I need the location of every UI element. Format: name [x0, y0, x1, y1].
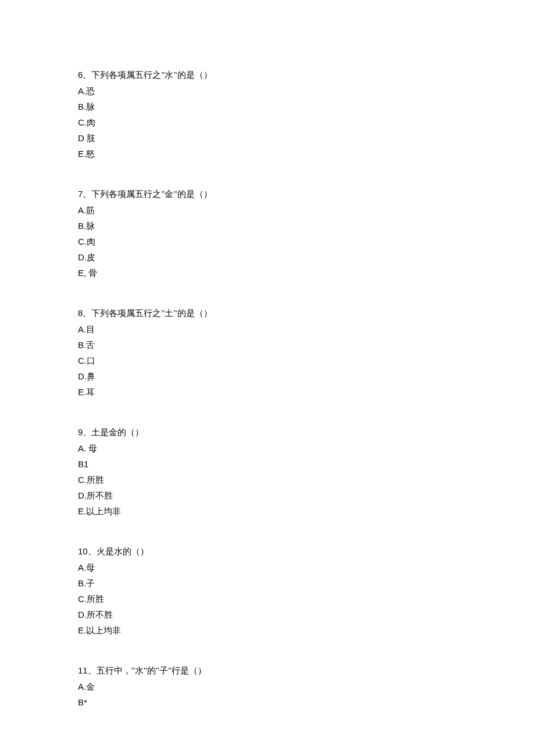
option-c: C.所胜 [78, 472, 229, 488]
question-text: 6、下列各项属五行之"水"的是（） [78, 67, 229, 83]
option-e: E.以上均非 [78, 622, 229, 638]
option-d: D.所不胜 [78, 488, 229, 503]
question-stem: 、下列各项属五行之"金"的是（） [83, 189, 212, 199]
option-d: D.所不胜 [78, 607, 229, 622]
option-e: E.以上均非 [78, 503, 229, 519]
option-b: B.舌 [78, 337, 229, 353]
option-c: C.肉 [78, 234, 229, 249]
question-11: 11、五行中，"水"的"子"行是（） A.金 B* [78, 662, 229, 710]
question-text: 7、下列各项属五行之"金"的是（） [78, 186, 229, 202]
page-content: 6、下列各项属五行之"水"的是（） A.恐 B.脉 C.肉 D 肢 E.怒 7、… [0, 0, 535, 710]
option-a: A.目 [78, 321, 229, 337]
option-e: E.怒 [78, 146, 229, 162]
question-text: 8、下列各项属五行之"土"的是（） [78, 305, 229, 321]
option-b: B* [78, 694, 229, 710]
question-text: 10、火是水的（） [78, 543, 229, 560]
question-10: 10、火是水的（） A.母 B.子 C.所胜 D.所不胜 E.以上均非 [78, 543, 229, 638]
option-c: C.口 [78, 353, 229, 368]
question-number: 11 [78, 665, 88, 675]
question-stem: 、下列各项属五行之"土"的是（） [83, 309, 212, 318]
option-c: C.肉 [78, 114, 229, 130]
option-e: E, 骨 [78, 265, 229, 281]
question-text: 9、土是金的（） [78, 424, 229, 440]
option-e: E.耳 [78, 384, 229, 400]
question-6: 6、下列各项属五行之"水"的是（） A.恐 B.脉 C.肉 D 肢 E.怒 [78, 67, 229, 162]
question-stem: 、五行中，"水"的"子"行是（） [88, 666, 207, 675]
option-b: B1 [78, 456, 229, 472]
option-a: A.筋 [78, 202, 229, 218]
option-d: D.皮 [78, 249, 229, 265]
option-b: B.子 [78, 575, 229, 591]
option-c: C.所胜 [78, 591, 229, 607]
question-stem: 、土是金的（） [83, 428, 144, 437]
option-a: A. 母 [78, 440, 229, 456]
option-b: B.脉 [78, 99, 229, 114]
question-8: 8、下列各项属五行之"土"的是（） A.目 B.舌 C.口 D.鼻 E.耳 [78, 305, 229, 400]
question-stem: 、火是水的（） [88, 547, 149, 556]
question-7: 7、下列各项属五行之"金"的是（） A.筋 B.脉 C.肉 D.皮 E, 骨 [78, 186, 229, 281]
option-d: D 肢 [78, 130, 229, 146]
option-a: A.恐 [78, 83, 229, 99]
option-a: A.母 [78, 560, 229, 575]
question-stem: 、下列各项属五行之"水"的是（） [83, 70, 212, 80]
question-number: 10 [78, 546, 88, 556]
option-d: D.鼻 [78, 368, 229, 384]
option-b: B.脉 [78, 218, 229, 234]
option-a: A.金 [78, 679, 229, 694]
question-9: 9、土是金的（） A. 母 B1 C.所胜 D.所不胜 E.以上均非 [78, 424, 229, 519]
question-text: 11、五行中，"水"的"子"行是（） [78, 662, 229, 679]
